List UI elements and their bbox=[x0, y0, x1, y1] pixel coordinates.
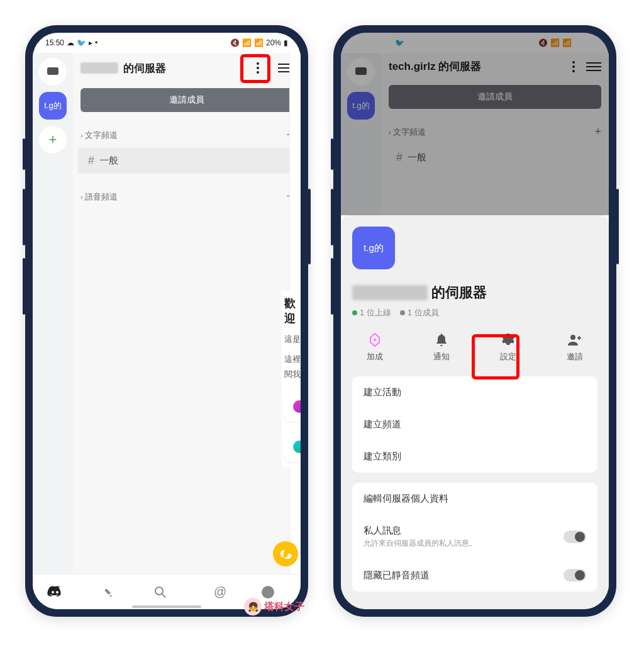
voice-channels-category[interactable]: ›語音頻道 + bbox=[73, 185, 301, 208]
status-icon: 🐦 bbox=[77, 38, 86, 47]
server-title-suffix: 的伺服器 bbox=[123, 61, 166, 76]
channel-panel: 的伺服器 邀請成員 ›文字頻道 + # 一般 bbox=[73, 53, 301, 574]
status-time: 15:50 bbox=[45, 38, 64, 47]
status-icon: ☁ bbox=[67, 38, 74, 47]
boost-button[interactable]: 加成 bbox=[355, 332, 395, 363]
server-sheet: t.g的 的伺服器 1 位上線 1 位成員 加成 bbox=[341, 215, 609, 609]
hide-muted-toggle[interactable]: 隱藏已靜音頻道 bbox=[352, 559, 597, 592]
create-event[interactable]: 建立活動 bbox=[352, 376, 597, 408]
svg-point-12 bbox=[570, 335, 575, 340]
bell-icon bbox=[434, 332, 449, 347]
dm-button[interactable] bbox=[39, 58, 67, 86]
nav-search-icon[interactable] bbox=[154, 586, 179, 599]
discord-fab[interactable] bbox=[273, 541, 298, 566]
signal-icon: 📶 bbox=[254, 38, 264, 47]
svg-line-5 bbox=[162, 594, 165, 597]
channel-general[interactable]: # 一般 bbox=[78, 148, 296, 174]
svg-point-8 bbox=[572, 61, 575, 64]
create-group: 建立活動 建立頻道 建立類別 bbox=[352, 376, 597, 473]
status-icon: ▸ bbox=[89, 38, 92, 47]
svg-point-4 bbox=[155, 587, 163, 595]
server-name-blurred bbox=[352, 285, 428, 300]
status-icon: 🐦 bbox=[395, 38, 404, 47]
battery-text: 20% bbox=[574, 38, 589, 47]
svg-point-3 bbox=[257, 71, 259, 74]
dm-button bbox=[347, 58, 375, 86]
settings-group: 編輯伺服器個人資料 私人訊息 允許來自伺服器成員的私人訊息。 隱藏已靜音頻道 bbox=[352, 483, 597, 592]
status-time: 15:50 bbox=[353, 38, 372, 47]
peek-card bbox=[284, 391, 301, 422]
settings-button[interactable]: 設定 bbox=[488, 332, 528, 363]
nav-mentions-icon[interactable]: @ bbox=[208, 585, 233, 599]
add-server-button[interactable]: + bbox=[39, 126, 67, 154]
private-messages-toggle[interactable]: 私人訊息 允許來自伺服器成員的私人訊息。 bbox=[352, 515, 597, 559]
more-button[interactable] bbox=[249, 59, 267, 77]
screen: 15:50 🖼 ☁ 🐦 • 🔇 📶 📶 20% ▮ bbox=[341, 33, 609, 609]
action-row: 加成 通知 設定 邀請 bbox=[352, 332, 597, 363]
boost-icon bbox=[367, 332, 382, 347]
person-add-icon bbox=[567, 332, 582, 347]
battery-text: 20% bbox=[266, 38, 281, 47]
watermark-avatar: 👧 bbox=[244, 598, 262, 615]
status-icon: • bbox=[407, 38, 409, 47]
toggle-icon[interactable] bbox=[564, 531, 586, 543]
gear-icon bbox=[501, 332, 516, 347]
watermark: 👧 塔科女子 bbox=[244, 598, 304, 615]
svg-point-10 bbox=[572, 70, 575, 72]
server-icon: t.g的 bbox=[347, 92, 375, 120]
bg-invite-button: 邀請成員 bbox=[389, 85, 601, 109]
text-channels-category[interactable]: ›文字頻道 + bbox=[73, 123, 301, 147]
server-icon[interactable]: t.g的 bbox=[39, 92, 67, 120]
screen: 15:50 ☁ 🐦 ▸ • 🔇 📶 📶 20% ▮ t.g的 + bbox=[33, 33, 301, 609]
phone-frame-right: 15:50 🖼 ☁ 🐦 • 🔇 📶 📶 20% ▮ bbox=[333, 25, 616, 617]
status-icon: ☁ bbox=[385, 38, 392, 47]
status-icon: 🖼 bbox=[375, 38, 382, 47]
toggle-icon[interactable] bbox=[564, 569, 586, 582]
notifications-button[interactable]: 通知 bbox=[421, 332, 462, 363]
sheet-avatar: t.g的 bbox=[352, 227, 395, 269]
svg-point-2 bbox=[257, 67, 259, 69]
svg-rect-0 bbox=[47, 67, 58, 75]
svg-point-1 bbox=[257, 62, 259, 65]
server-rail: t.g的 + bbox=[33, 53, 73, 574]
nav-profile-icon[interactable] bbox=[261, 585, 286, 599]
content-peek: 歡迎 這是 這裡 閱我 bbox=[282, 291, 301, 467]
status-icon: • bbox=[95, 38, 97, 47]
sheet-title-suffix: 的伺服器 bbox=[431, 283, 487, 302]
mute-icon: 🔇 bbox=[230, 38, 240, 47]
sheet-status: 1 位上線 1 位成員 bbox=[352, 307, 597, 318]
mute-icon: 🔇 bbox=[538, 38, 548, 47]
battery-icon: ▮ bbox=[592, 38, 596, 47]
svg-point-6 bbox=[262, 586, 274, 599]
invite-button[interactable]: 邀請成員 bbox=[80, 88, 293, 112]
svg-point-9 bbox=[572, 65, 575, 68]
phone-frame-left: 15:50 ☁ 🐦 ▸ • 🔇 📶 📶 20% ▮ t.g的 + bbox=[25, 25, 308, 617]
signal-icon: 📶 bbox=[562, 38, 572, 47]
create-category[interactable]: 建立類別 bbox=[352, 441, 597, 473]
wifi-icon: 📶 bbox=[550, 38, 560, 47]
bg-server-title: tech.girlz 的伺服器 bbox=[389, 59, 481, 74]
peek-card bbox=[284, 432, 301, 462]
svg-point-11 bbox=[374, 339, 376, 341]
status-bar: 15:50 ☁ 🐦 ▸ • 🔇 📶 📶 20% ▮ bbox=[33, 33, 301, 53]
wifi-icon: 📶 bbox=[242, 38, 252, 47]
server-name-blurred bbox=[80, 62, 118, 74]
battery-icon: ▮ bbox=[284, 38, 288, 47]
server-header: 的伺服器 bbox=[73, 53, 301, 83]
create-channel[interactable]: 建立頻道 bbox=[352, 408, 597, 441]
hash-icon: # bbox=[88, 154, 94, 167]
svg-rect-7 bbox=[355, 67, 367, 75]
dimmed-background: 15:50 🖼 ☁ 🐦 • 🔇 📶 📶 20% ▮ bbox=[341, 33, 609, 215]
edit-server-profile[interactable]: 編輯伺服器個人資料 bbox=[352, 483, 597, 515]
invite-action-button[interactable]: 邀請 bbox=[555, 332, 595, 363]
nav-handle bbox=[132, 605, 201, 608]
nav-discord-icon[interactable] bbox=[47, 586, 72, 599]
nav-friends-icon[interactable] bbox=[101, 586, 126, 599]
